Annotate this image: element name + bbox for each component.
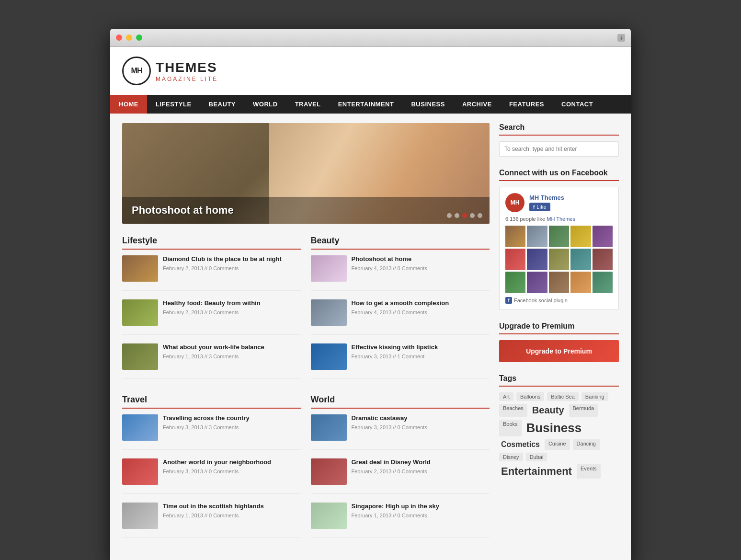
list-item[interactable]: Dramatic castaway February 3, 2013 // 0 … — [311, 414, 490, 450]
fb-photo-14[interactable] — [570, 272, 591, 293]
tag-beaches[interactable]: Beaches — [499, 404, 527, 417]
fb-page-info: MH Themes f Like — [529, 194, 564, 211]
facebook-widget: MH MH Themes f Like 6,13 — [499, 187, 619, 310]
logo-subtitle: MAGAZINE lite — [156, 76, 218, 82]
tag-baltic-sea[interactable]: Baltic Sea — [547, 392, 579, 401]
fb-photo-4[interactable] — [570, 226, 591, 247]
tag-business[interactable]: Business — [524, 420, 584, 436]
close-button[interactable] — [116, 34, 122, 41]
facebook-section: Connect with us on Facebook MH MH Themes… — [499, 169, 619, 310]
slider-dot-5[interactable] — [478, 213, 482, 218]
list-item[interactable]: Healthy food: Beauty from within Februar… — [122, 299, 301, 335]
article-meta: February 3, 2013 // 3 Comments — [163, 424, 250, 430]
list-item[interactable]: Great deal in Disney World February 2, 2… — [311, 458, 490, 494]
fb-photo-3[interactable] — [549, 226, 569, 247]
travel-section: Travel Travelling across the country Feb… — [122, 395, 301, 547]
article-meta: February 2, 2013 // 0 Comments — [163, 265, 282, 271]
fb-photo-6[interactable] — [505, 249, 525, 270]
list-item[interactable]: Another world in your neighborhood Febru… — [122, 458, 301, 494]
tag-art[interactable]: Art — [499, 392, 513, 401]
nav-features[interactable]: FEATURES — [501, 95, 553, 114]
fb-photo-10[interactable] — [593, 249, 613, 270]
nav-home[interactable]: HOME — [110, 95, 147, 114]
fb-photo-2[interactable] — [527, 226, 547, 247]
list-item[interactable]: Singapore: High up in the sky February 1… — [311, 503, 490, 538]
article-info: Healthy food: Beauty from within Februar… — [163, 299, 261, 326]
article-info: Singapore: High up in the sky February 1… — [352, 503, 439, 529]
travel-heading: Travel — [122, 395, 301, 409]
hero-slider[interactable]: Photoshoot at home — [122, 123, 490, 224]
tag-disney[interactable]: Disney — [499, 453, 523, 461]
article-title: Photoshoot at home — [352, 255, 427, 263]
nav-contact[interactable]: CONTACT — [553, 95, 602, 114]
fb-photo-13[interactable] — [549, 272, 569, 293]
nav-archive[interactable]: ARCHIVE — [454, 95, 501, 114]
hero-title: Photoshoot at home — [132, 204, 480, 217]
list-item[interactable]: Photoshoot at home February 4, 2013 // 0… — [311, 255, 490, 291]
main-layout: Photoshoot at home — [110, 114, 631, 560]
article-title: Healthy food: Beauty from within — [163, 299, 261, 308]
article-title: Dramatic castaway — [352, 414, 427, 423]
nav-beauty[interactable]: BEAUTY — [200, 95, 244, 114]
nav-world[interactable]: WORLD — [244, 95, 286, 114]
tag-books[interactable]: Books — [499, 420, 522, 436]
nav-business[interactable]: BUSINESS — [402, 95, 453, 114]
tag-cosmetics[interactable]: Cosmetics — [499, 439, 542, 450]
fb-photo-12[interactable] — [527, 272, 547, 293]
article-title: How to get a smooth complexion — [352, 299, 449, 308]
list-item[interactable]: What about your work-life balance Februa… — [122, 343, 301, 379]
logo-text: THEMES MAGAZINE lite — [156, 59, 218, 82]
tag-entertainment[interactable]: Entertainment — [499, 464, 574, 479]
slider-dot-1[interactable] — [447, 213, 452, 218]
slider-dot-4[interactable] — [470, 213, 475, 218]
tag-balloons[interactable]: Balloons — [516, 392, 544, 401]
fb-page-name[interactable]: MH Themes — [529, 194, 564, 201]
article-info: Photoshoot at home February 4, 2013 // 0… — [352, 255, 427, 282]
fb-photo-11[interactable] — [505, 272, 525, 293]
minimize-button[interactable] — [126, 34, 132, 41]
fb-photo-8[interactable] — [549, 249, 569, 270]
logo[interactable]: MH THEMES MAGAZINE lite — [122, 57, 218, 85]
titlebar: + — [110, 29, 631, 47]
article-thumbnail — [311, 343, 347, 370]
hero-overlay: Photoshoot at home — [122, 197, 490, 224]
article-thumbnail — [311, 503, 347, 529]
nav-travel[interactable]: TRAVEL — [286, 95, 330, 114]
article-meta: February 1, 2013 // 0 Comments — [163, 513, 264, 518]
sections-row-1: Lifestyle Diamond Club is the place to b… — [122, 236, 490, 388]
slider-dot-2[interactable] — [455, 213, 459, 218]
fb-plugin-text: f Facebook social plugin — [505, 297, 613, 304]
tag-bermuda[interactable]: Bermuda — [569, 404, 598, 417]
slider-dot-3[interactable] — [462, 213, 467, 218]
fb-photo-9[interactable] — [570, 249, 591, 270]
search-input[interactable] — [499, 141, 619, 157]
upgrade-box[interactable]: Upgrade to Premium — [499, 340, 619, 362]
list-item[interactable]: Time out in the scottish highlands Febru… — [122, 503, 301, 538]
nav-entertainment[interactable]: ENTERTAINMENT — [330, 95, 403, 114]
tags-title: Tags — [499, 374, 619, 387]
fb-photo-15[interactable] — [593, 272, 613, 293]
article-title: Singapore: High up in the sky — [352, 503, 439, 511]
tag-banking[interactable]: Banking — [581, 392, 608, 401]
maximize-button[interactable] — [136, 34, 142, 41]
tag-dancing[interactable]: Dancing — [573, 439, 600, 450]
fb-photo-5[interactable] — [593, 226, 613, 247]
tag-cuisine[interactable]: Cuisine — [545, 439, 570, 450]
tag-events[interactable]: Events — [577, 464, 601, 479]
fb-like-button[interactable]: f Like — [529, 203, 550, 211]
fb-photo-7[interactable] — [527, 249, 547, 270]
list-item[interactable]: How to get a smooth complexion February … — [311, 299, 490, 335]
new-tab-button[interactable]: + — [617, 34, 625, 42]
fb-link[interactable]: MH Themes. — [547, 216, 577, 222]
article-title: Another world in your neighborhood — [163, 458, 271, 467]
article-info: Diamond Club is the place to be at night… — [163, 255, 282, 282]
list-item[interactable]: Travelling across the country February 3… — [122, 414, 301, 450]
article-info: How to get a smooth complexion February … — [352, 299, 449, 326]
list-item[interactable]: Diamond Club is the place to be at night… — [122, 255, 301, 291]
fb-photos-grid — [505, 226, 613, 293]
list-item[interactable]: Effective kissing with lipstick February… — [311, 343, 490, 379]
fb-photo-1[interactable] — [505, 226, 525, 247]
tag-dubai[interactable]: Dubai — [526, 453, 547, 461]
tag-beauty[interactable]: Beauty — [530, 404, 566, 417]
nav-lifestyle[interactable]: LIFESTYLE — [147, 95, 200, 114]
